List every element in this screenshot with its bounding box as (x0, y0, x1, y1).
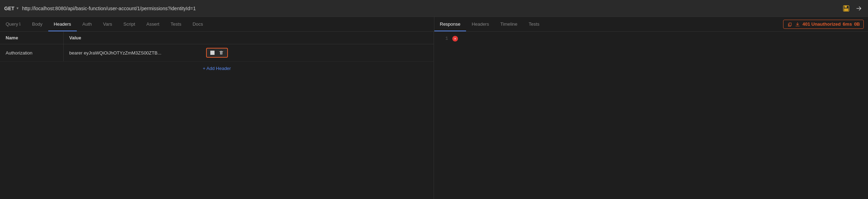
method-dropdown-arrow: ▼ (16, 6, 19, 10)
svg-rect-2 (844, 8, 848, 11)
tab-headers[interactable]: Headers (48, 17, 77, 31)
line-number: 1 (440, 36, 448, 195)
response-content: 1 ✕ (434, 32, 868, 199)
table-row: Authorization bearer eyJraWQiOiJhOTYzZmM… (0, 44, 434, 62)
status-badge: 401 Unauthorized 6ms 0B (783, 20, 864, 29)
response-time: 6ms (843, 21, 852, 27)
delete-header-button[interactable] (217, 50, 225, 56)
status-text: 401 Unauthorized (802, 21, 841, 27)
right-tabs-inner: Response Headers Timeline Tests (434, 17, 783, 31)
download-icon[interactable] (795, 21, 800, 27)
svg-rect-1 (844, 6, 847, 8)
header-value-cell: bearer eyJraWQiOiJhOTYzZmM3ZS00ZTB... (63, 44, 434, 62)
error-indicator: ✕ (452, 36, 458, 41)
tab-assert[interactable]: Assert (141, 17, 165, 31)
left-tabs: Query1 Body Headers Auth Vars Script Ass… (0, 17, 434, 31)
right-tabs: Response Headers Timeline Tests (434, 17, 868, 31)
header-value-text: bearer eyJraWQiOiJhOTYzZmM3ZS00ZTB... (69, 50, 203, 56)
tab-response-headers[interactable]: Headers (466, 17, 495, 31)
toggle-header-button[interactable] (209, 50, 216, 56)
response-body: ✕ (452, 36, 862, 195)
status-icons (787, 21, 800, 27)
tab-auth[interactable]: Auth (77, 17, 98, 31)
tabs-container: Query1 Body Headers Auth Vars Script Ass… (0, 17, 868, 32)
column-value: Value (63, 32, 434, 44)
column-name: Name (0, 32, 63, 44)
header-name-cell: Authorization (0, 44, 63, 62)
add-header-button[interactable]: + Add Header (0, 62, 434, 75)
tab-timeline[interactable]: Timeline (495, 17, 523, 31)
save-icon (843, 5, 850, 12)
header-action-buttons (206, 48, 228, 58)
copy-icon[interactable] (787, 21, 793, 27)
save-request-button[interactable] (841, 4, 851, 13)
square-icon (210, 51, 215, 55)
query-badge: 1 (19, 22, 21, 26)
tab-script[interactable]: Script (118, 17, 141, 31)
right-panel: 1 ✕ (434, 32, 868, 199)
headers-table: Name Value Authorization bearer eyJraWQi… (0, 32, 434, 62)
method-label: GET (4, 6, 14, 11)
url-input[interactable] (22, 6, 838, 11)
url-bar-actions (841, 4, 864, 13)
main-content: Name Value Authorization bearer eyJraWQi… (0, 32, 868, 199)
trash-icon (219, 50, 224, 55)
tab-vars[interactable]: Vars (98, 17, 118, 31)
tab-tests[interactable]: Tests (165, 17, 187, 31)
tab-response-tests[interactable]: Tests (523, 17, 545, 31)
tab-response[interactable]: Response (434, 17, 466, 31)
send-icon (855, 5, 862, 12)
send-button[interactable] (854, 4, 864, 13)
tab-body[interactable]: Body (26, 17, 48, 31)
response-size: 0B (854, 21, 860, 27)
url-bar: GET ▼ (0, 0, 868, 17)
tab-query[interactable]: Query1 (0, 17, 26, 31)
method-selector[interactable]: GET ▼ (4, 6, 19, 11)
left-panel: Name Value Authorization bearer eyJraWQi… (0, 32, 434, 199)
tab-docs[interactable]: Docs (187, 17, 209, 31)
